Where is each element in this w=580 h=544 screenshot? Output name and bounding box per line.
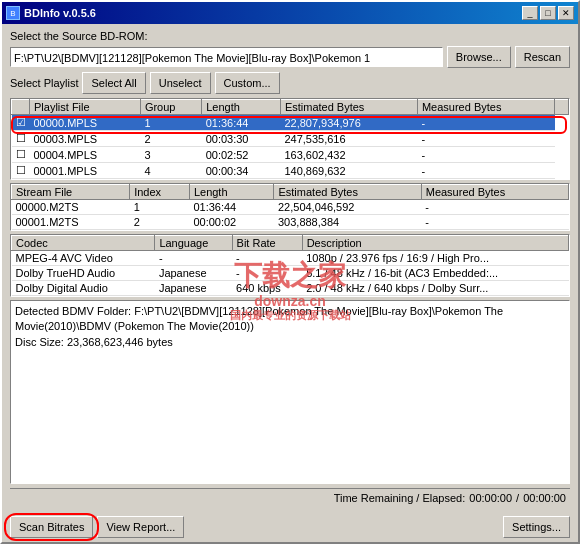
status-remaining: 00:00:00 <box>469 492 512 504</box>
row-checkbox[interactable]: ☑ <box>12 115 30 131</box>
playlist-row[interactable]: ☑ 00000.MPLS 1 01:36:44 22,807,934,976 - <box>12 115 569 131</box>
custom-button[interactable]: Custom... <box>215 72 280 94</box>
codec-bitrate: - <box>232 251 302 266</box>
codec-header-row: Codec Language Bit Rate Description <box>12 236 569 251</box>
minimize-button[interactable]: _ <box>522 6 538 20</box>
row-group: 1 <box>140 115 201 131</box>
playlist-table: Playlist File Group Length Estimated Byt… <box>11 99 569 179</box>
row-checkbox[interactable]: ☐ <box>12 131 30 147</box>
content-area: Select the Source BD-ROM: F:\PT\U2\[BDMV… <box>2 24 578 512</box>
playlist-row[interactable]: ☐ 00003.MPLS 2 00:03:30 247,535,616 - <box>12 131 569 147</box>
log-area: Detected BDMV Folder: F:\PT\U2\[BDMV][12… <box>10 300 570 484</box>
codec-name: Dolby Digital Audio <box>12 281 155 296</box>
playlist-col-length: Length <box>202 100 281 115</box>
playlist-section: Playlist File Group Length Estimated Byt… <box>10 98 570 180</box>
stream-estimated: 303,888,384 <box>274 215 421 230</box>
row-checkbox[interactable]: ☐ <box>12 147 30 163</box>
codec-section: Codec Language Bit Rate Description MPEG… <box>10 234 570 297</box>
app-icon: B <box>6 6 20 20</box>
title-bar-left: B BDInfo v.0.5.6 <box>6 6 96 20</box>
stream-col-index: Index <box>130 185 190 200</box>
row-estimated: 22,807,934,976 <box>280 115 417 131</box>
row-estimated: 247,535,616 <box>280 131 417 147</box>
playlist-row[interactable]: ☐ 00001.MPLS 4 00:00:34 140,869,632 - <box>12 163 569 179</box>
playlist-row[interactable]: ☐ 00004.MPLS 3 00:02:52 163,602,432 - <box>12 147 569 163</box>
stream-measured: - <box>421 215 568 230</box>
row-estimated: 140,869,632 <box>280 163 417 179</box>
codec-row: Dolby Digital Audio Japanese 640 kbps 2.… <box>12 281 569 296</box>
codec-bitrate: 640 kbps <box>232 281 302 296</box>
codec-description: 2.0 / 48 kHz / 640 kbps / Dolby Surr... <box>302 281 568 296</box>
codec-col-description: Description <box>302 236 568 251</box>
codec-row: MPEG-4 AVC Video - - 1080p / 23.976 fps … <box>12 251 569 266</box>
status-sep: / <box>516 492 519 504</box>
status-label: Time Remaining / Elapsed: <box>334 492 466 504</box>
row-file: 00000.MPLS <box>30 115 141 131</box>
playlist-col-scroll <box>555 100 569 115</box>
row-checkbox[interactable]: ☐ <box>12 163 30 179</box>
stream-file: 00000.M2TS <box>12 200 130 215</box>
row-measured: - <box>417 115 554 131</box>
status-elapsed: 00:00:00 <box>523 492 566 504</box>
settings-button[interactable]: Settings... <box>503 516 570 538</box>
log-text: Detected BDMV Folder: F:\PT\U2\[BDMV][12… <box>15 304 565 350</box>
stream-header-row: Stream File Index Length Estimated Bytes… <box>12 185 569 200</box>
source-row: F:\PT\U2\[BDMV][121128][Pokemon The Movi… <box>10 46 570 68</box>
close-button[interactable]: ✕ <box>558 6 574 20</box>
codec-name: Dolby TrueHD Audio <box>12 266 155 281</box>
select-playlist-label: Select Playlist <box>10 77 78 89</box>
browse-button[interactable]: Browse... <box>447 46 511 68</box>
source-path: F:\PT\U2\[BDMV][121128][Pokemon The Movi… <box>10 47 443 67</box>
title-buttons: _ □ ✕ <box>522 6 574 20</box>
status-bar: Time Remaining / Elapsed: 00:00:00 / 00:… <box>10 488 570 506</box>
row-group: 2 <box>140 131 201 147</box>
codec-table: Codec Language Bit Rate Description MPEG… <box>11 235 569 296</box>
stream-col-file: Stream File <box>12 185 130 200</box>
stream-col-estimated: Estimated Bytes <box>274 185 421 200</box>
stream-index: 1 <box>130 200 190 215</box>
codec-row: Dolby TrueHD Audio Japanese - 5.1 / 48 k… <box>12 266 569 281</box>
row-group: 4 <box>140 163 201 179</box>
row-measured: - <box>417 147 554 163</box>
source-label: Select the Source BD-ROM: <box>10 30 570 42</box>
window-title: BDInfo v.0.5.6 <box>24 7 96 19</box>
stream-col-length: Length <box>189 185 274 200</box>
row-measured: - <box>417 163 554 179</box>
rescan-button[interactable]: Rescan <box>515 46 570 68</box>
unselect-button[interactable]: Unselect <box>150 72 211 94</box>
maximize-button[interactable]: □ <box>540 6 556 20</box>
stream-table: Stream File Index Length Estimated Bytes… <box>11 184 569 230</box>
codec-col-language: Language <box>155 236 232 251</box>
playlist-col-file: Playlist File <box>30 100 141 115</box>
stream-measured: - <box>421 200 568 215</box>
stream-row[interactable]: 00001.M2TS 2 00:00:02 303,888,384 - <box>12 215 569 230</box>
playlist-col-estimated: Estimated Bytes <box>280 100 417 115</box>
row-length: 00:00:34 <box>202 163 281 179</box>
playlist-select-row: Select Playlist Select All Unselect Cust… <box>10 72 570 94</box>
codec-col-bitrate: Bit Rate <box>232 236 302 251</box>
codec-language: Japanese <box>155 281 232 296</box>
codec-bitrate: - <box>232 266 302 281</box>
stream-estimated: 22,504,046,592 <box>274 200 421 215</box>
row-file: 00004.MPLS <box>30 147 141 163</box>
playlist-header-row: Playlist File Group Length Estimated Byt… <box>12 100 569 115</box>
select-all-button[interactable]: Select All <box>82 72 145 94</box>
row-file: 00003.MPLS <box>30 131 141 147</box>
bottom-bar: Scan Bitrates View Report... Settings... <box>2 512 578 542</box>
codec-description: 5.1 / 48 kHz / 16-bit (AC3 Embedded:... <box>302 266 568 281</box>
main-panels: 下载之家 downza.cn 国内最专业的资源下载站 Playlist File… <box>10 98 570 484</box>
stream-tbody: 00000.M2TS 1 01:36:44 22,504,046,592 - 0… <box>12 200 569 230</box>
title-bar: B BDInfo v.0.5.6 _ □ ✕ <box>2 2 578 24</box>
playlist-col-check <box>12 100 30 115</box>
stream-row[interactable]: 00000.M2TS 1 01:36:44 22,504,046,592 - <box>12 200 569 215</box>
row-length: 01:36:44 <box>202 115 281 131</box>
scan-bitrates-button[interactable]: Scan Bitrates <box>10 516 93 538</box>
stream-col-measured: Measured Bytes <box>421 185 568 200</box>
stream-length: 00:00:02 <box>189 215 274 230</box>
row-file: 00001.MPLS <box>30 163 141 179</box>
row-estimated: 163,602,432 <box>280 147 417 163</box>
view-report-button[interactable]: View Report... <box>97 516 184 538</box>
codec-description: 1080p / 23.976 fps / 16:9 / High Pro... <box>302 251 568 266</box>
codec-tbody: MPEG-4 AVC Video - - 1080p / 23.976 fps … <box>12 251 569 296</box>
row-measured: - <box>417 131 554 147</box>
